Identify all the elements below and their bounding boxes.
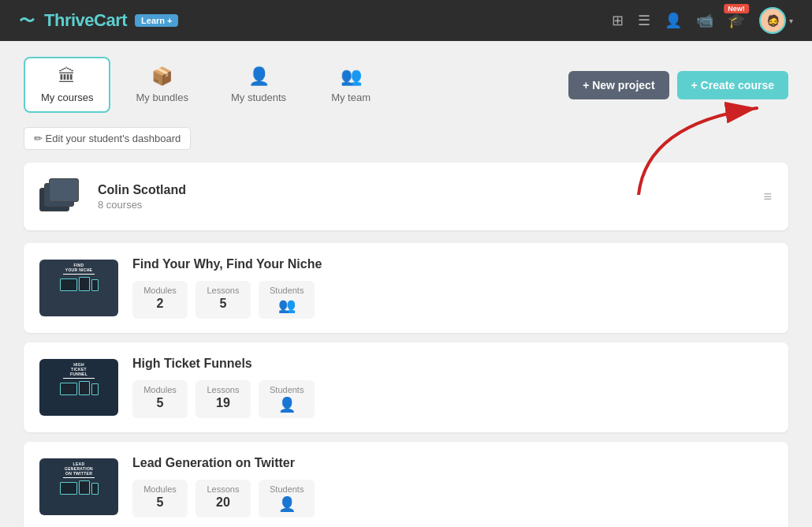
course-card: FINDYOUR NICHE Find Your Why, Find Your …: [24, 243, 788, 333]
courses-list: FINDYOUR NICHE Find Your Why, Find Your …: [24, 243, 788, 527]
video-icon[interactable]: 📹: [696, 12, 713, 29]
tabs: 🏛 My courses 📦 My bundles 👤 My students …: [24, 57, 390, 113]
create-course-button[interactable]: + Create course: [677, 71, 788, 99]
course-2-info: High Ticket Funnels Modules 5 Lessons 19…: [132, 357, 773, 418]
students-label: Students: [270, 286, 304, 295]
monitor-icon: [60, 383, 77, 395]
tab-my-bundles[interactable]: 📦 My bundles: [118, 57, 205, 113]
tab-my-courses-label: My courses: [41, 92, 93, 103]
avatar-face: 🧔: [761, 9, 784, 32]
logo-text: ThriveCart: [44, 10, 127, 31]
students-stat: Students 👥: [259, 281, 315, 319]
team-icon: 👥: [341, 66, 362, 87]
course-2-stats: Modules 5 Lessons 19 Students 👤: [132, 380, 773, 418]
nav-icons: ⊞ ☰ 👤 📹 🎓 New! 🧔 ▾: [612, 7, 793, 34]
students-icon: 👤: [270, 495, 304, 513]
list-icon[interactable]: ☰: [638, 12, 650, 29]
course-3-info: Lead Generation on Twitter Modules 5 Les…: [132, 456, 773, 518]
lessons-stat: Lessons 20: [196, 480, 251, 518]
lessons-label: Lessons: [207, 484, 240, 494]
main-content: 🏛 My courses 📦 My bundles 👤 My students …: [0, 41, 812, 527]
thumb-devices: [60, 277, 99, 291]
modules-label: Modules: [143, 286, 177, 295]
students-icon: 👤: [248, 66, 270, 87]
course-2-thumbnail: HIGHTICKETFUNNEL: [39, 359, 118, 416]
bundles-icon: 📦: [151, 66, 173, 87]
modules-stat: Modules 5: [132, 480, 188, 518]
students-icon: 👥: [270, 297, 304, 314]
tab-my-team[interactable]: 👥 My team: [311, 57, 390, 113]
tablet-icon: [79, 381, 90, 395]
course-1-thumb-title: FINDYOUR NICHE: [65, 263, 92, 272]
lessons-value: 20: [207, 495, 240, 510]
modules-stat: Modules 2: [132, 281, 188, 319]
chevron-down-icon: ▾: [789, 17, 793, 25]
phone-icon: [91, 279, 99, 291]
modules-value: 5: [143, 396, 177, 410]
tab-my-team-label: My team: [331, 92, 371, 103]
edit-dashboard-link[interactable]: ✏ Edit your student's dashboard: [24, 127, 191, 150]
course-2-name: High Ticket Funnels: [132, 357, 773, 371]
project-card: Colin Scotland 8 courses ≡: [24, 163, 788, 230]
thumb-line: [63, 274, 95, 275]
learn-badge[interactable]: Learn +: [135, 14, 178, 27]
topnav: 〜 ThriveCart Learn + ⊞ ☰ 👤 📹 🎓 New! 🧔 ▾: [0, 0, 812, 41]
avatar[interactable]: 🧔: [759, 7, 786, 34]
course-1-thumbnail: FINDYOUR NICHE: [39, 260, 118, 316]
students-label: Students: [270, 484, 304, 494]
tablet-icon: [79, 277, 90, 291]
students-label: Students: [270, 385, 304, 394]
new-badge: New!: [724, 4, 749, 13]
course-3-thumb-title: LEADGENERATIONON TWITTER: [65, 462, 93, 476]
lessons-stat: Lessons 19: [196, 380, 251, 418]
course-1-stats: Modules 2 Lessons 5 Students 👥: [132, 281, 773, 319]
course-card: LEADGENERATIONON TWITTER Lead Generation…: [24, 442, 788, 527]
course-2-thumb-title: HIGHTICKETFUNNEL: [70, 362, 88, 376]
hamburger-menu-icon[interactable]: ≡: [763, 189, 773, 205]
course-1-name: Find Your Why, Find Your Niche: [132, 257, 773, 271]
tab-my-bundles-label: My bundles: [136, 92, 188, 103]
lessons-value: 5: [207, 297, 240, 311]
course-card: HIGHTICKETFUNNEL High Ticket Funnels Mod…: [24, 342, 788, 432]
grid-icon[interactable]: ⊞: [612, 12, 624, 29]
tablet-icon: [79, 480, 90, 495]
modules-value: 5: [143, 495, 177, 510]
user-icon[interactable]: 👤: [665, 12, 682, 29]
tab-my-courses[interactable]: 🏛 My courses: [24, 57, 110, 113]
project-info: Colin Scotland 8 courses: [39, 177, 186, 216]
tab-my-students-label: My students: [231, 92, 286, 103]
project-title: Colin Scotland: [98, 183, 186, 197]
new-project-button[interactable]: + New project: [568, 71, 669, 99]
modules-value: 2: [143, 297, 177, 311]
project-subtitle: 8 courses: [98, 199, 186, 211]
students-stat: Students 👤: [259, 480, 315, 518]
tab-actions: + New project + Create course: [568, 71, 788, 99]
project-details: Colin Scotland 8 courses: [98, 183, 186, 211]
phone-icon: [91, 483, 99, 495]
lessons-value: 19: [207, 396, 240, 410]
course-3-stats: Modules 5 Lessons 20 Students 👤: [132, 480, 773, 518]
thumb-devices: [60, 480, 99, 495]
modules-label: Modules: [143, 484, 177, 494]
phone-icon: [91, 383, 99, 395]
logo-wave-icon: 〜: [19, 10, 35, 32]
monitor-icon: [60, 482, 77, 495]
courses-icon: 🏛: [58, 66, 76, 87]
lessons-label: Lessons: [207, 286, 240, 295]
lessons-stat: Lessons 5: [196, 281, 251, 319]
course-3-thumbnail: LEADGENERATIONON TWITTER: [39, 458, 118, 515]
tabs-row: 🏛 My courses 📦 My bundles 👤 My students …: [24, 57, 788, 113]
tab-my-students[interactable]: 👤 My students: [214, 57, 304, 113]
thumb-line: [63, 477, 95, 478]
lessons-label: Lessons: [207, 385, 240, 394]
modules-label: Modules: [143, 385, 177, 394]
graduation-icon[interactable]: 🎓 New!: [728, 12, 745, 29]
avatar-dropdown[interactable]: 🧔 ▾: [759, 7, 793, 34]
thumb-devices: [60, 381, 99, 395]
modules-stat: Modules 5: [132, 380, 188, 418]
students-icon: 👤: [270, 396, 304, 413]
logo-area: 〜 ThriveCart Learn +: [19, 10, 178, 32]
students-stat: Students 👤: [259, 380, 315, 418]
monitor-icon: [60, 278, 77, 291]
course-3-name: Lead Generation on Twitter: [132, 456, 773, 470]
